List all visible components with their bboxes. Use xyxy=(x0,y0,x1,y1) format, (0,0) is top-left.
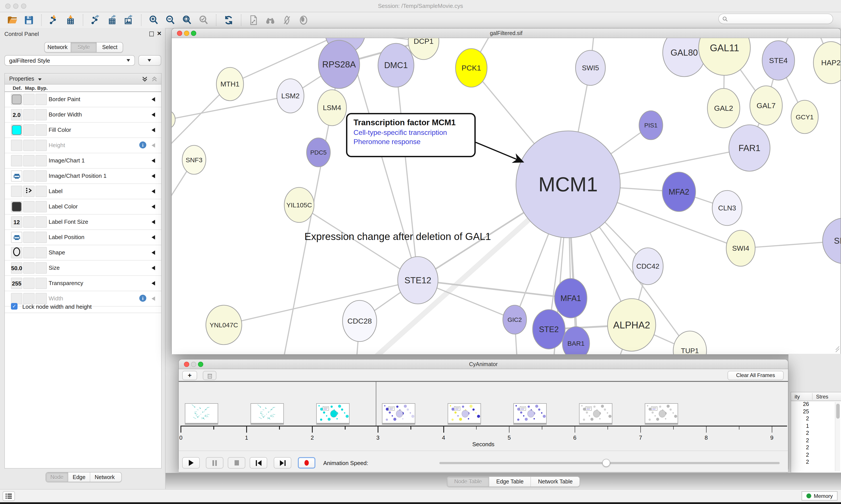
expand-property-icon[interactable] xyxy=(151,174,155,178)
memory-button[interactable]: Memory xyxy=(802,491,838,501)
network-node-yil105c[interactable]: YIL105C xyxy=(284,187,314,222)
style-options-button[interactable] xyxy=(139,55,161,66)
info-icon[interactable]: i xyxy=(139,141,146,148)
expand-all-icon[interactable] xyxy=(142,76,148,82)
default-value[interactable]: 50.0 xyxy=(11,265,22,271)
network-node-ste12[interactable]: STE12 xyxy=(398,257,438,304)
zoom-in-icon[interactable] xyxy=(148,14,160,26)
table-column-ity[interactable]: ity xyxy=(791,394,800,400)
property-row-height[interactable]: Height i xyxy=(5,138,161,153)
def-cell[interactable] xyxy=(11,140,22,151)
default-value[interactable]: 255 xyxy=(12,280,21,287)
property-row-border-width[interactable]: 2.0 Border Width xyxy=(5,107,161,123)
map-cell[interactable] xyxy=(23,216,35,228)
property-row-border-paint[interactable]: Border Paint xyxy=(5,92,161,107)
property-row-label-position[interactable]: Label Position xyxy=(5,230,161,245)
float-panel-icon[interactable] xyxy=(149,32,154,36)
add-frame-button[interactable]: + xyxy=(182,371,197,380)
network-node-pis1[interactable]: PIS1 xyxy=(639,111,663,140)
map-cell[interactable] xyxy=(23,155,35,166)
skip-to-end-button[interactable] xyxy=(274,457,291,469)
network-node-mcm1[interactable]: MCM1 xyxy=(516,131,620,238)
zoom-out-icon[interactable] xyxy=(164,14,177,26)
annotation-link[interactable]: Cell-type-specific transcription xyxy=(354,129,475,137)
refresh-view-icon[interactable] xyxy=(222,14,235,26)
network-node-swi5[interactable]: SWI5 xyxy=(576,50,605,85)
network-node-sliver[interactable] xyxy=(172,111,175,128)
def-cell[interactable] xyxy=(11,170,22,182)
style-dropdown[interactable]: galFiltered Style xyxy=(4,55,135,66)
table-cell-value[interactable]: 2 xyxy=(791,416,829,423)
network-node-pck1[interactable]: PCK1 xyxy=(455,49,487,87)
def-cell[interactable] xyxy=(11,232,22,243)
slider-handle[interactable] xyxy=(602,459,610,467)
zoom-fit-icon[interactable] xyxy=(181,14,193,26)
def-cell[interactable] xyxy=(11,201,22,212)
def-cell[interactable] xyxy=(11,186,22,197)
export-network-icon[interactable] xyxy=(89,14,102,26)
position-icon[interactable] xyxy=(12,171,21,181)
byp-cell[interactable] xyxy=(35,94,47,105)
search-input[interactable] xyxy=(731,15,829,22)
property-row-image-chart-position-1[interactable]: Image/Chart Position 1 xyxy=(5,168,161,184)
map-cell[interactable] xyxy=(23,170,35,182)
network-node-gal11[interactable]: GAL11 xyxy=(699,38,750,75)
default-swatch[interactable] xyxy=(12,94,21,104)
network-node-slt2[interactable]: SLT2 xyxy=(823,218,841,264)
byp-cell[interactable] xyxy=(35,247,47,258)
import-table-icon[interactable] xyxy=(65,14,77,26)
def-cell[interactable]: 12 xyxy=(11,216,22,228)
property-row-shape[interactable]: Shape xyxy=(5,245,161,260)
network-node-lsm2[interactable]: LSM2 xyxy=(277,79,304,113)
frame-thumbnail-2[interactable] xyxy=(316,403,350,424)
map-cell[interactable] xyxy=(23,140,35,151)
expand-property-icon[interactable] xyxy=(151,204,155,209)
map-cell[interactable] xyxy=(23,201,35,212)
property-row-size[interactable]: 50.0 Size xyxy=(5,260,161,276)
expand-property-icon[interactable] xyxy=(151,250,155,255)
open-session-icon[interactable] xyxy=(6,14,18,26)
tab-network-table[interactable]: Network Table xyxy=(531,477,580,486)
network-node-gic2[interactable]: GIC2 xyxy=(503,305,526,334)
network-node-cdc42[interactable]: CDC42 xyxy=(632,248,663,285)
import-network-icon[interactable] xyxy=(48,14,60,26)
timeline[interactable]: 0123456789 Seconds xyxy=(179,382,788,451)
frame-thumbnail-0[interactable] xyxy=(185,403,218,424)
byp-cell[interactable] xyxy=(35,232,47,243)
default-value[interactable]: 12 xyxy=(14,219,20,225)
close-panel-icon[interactable]: ✕ xyxy=(157,30,162,37)
network-node-lsm4[interactable]: LSM4 xyxy=(318,90,346,126)
network-node-gcy1[interactable]: GCY1 xyxy=(791,100,818,133)
byp-cell[interactable] xyxy=(35,216,47,228)
table-cell-value[interactable]: 1 xyxy=(791,423,829,430)
frame-thumbnail-3[interactable] xyxy=(382,403,415,424)
network-node-dmc1[interactable]: DMC1 xyxy=(378,43,414,87)
tab-node[interactable]: Node xyxy=(46,472,68,482)
ellipse-shape-icon[interactable] xyxy=(13,247,21,258)
clear-all-frames-button[interactable]: Clear All Frames xyxy=(728,371,784,380)
record-button[interactable] xyxy=(298,457,315,469)
property-row-transparency[interactable]: 255 Transparency xyxy=(5,276,161,291)
expand-property-icon[interactable] xyxy=(151,143,155,147)
byp-cell[interactable] xyxy=(35,124,47,136)
table-cell-value[interactable]: 25 xyxy=(791,408,829,416)
network-node-pdc5[interactable]: PDC5 xyxy=(307,138,330,167)
tab-network[interactable]: Network xyxy=(90,472,119,482)
table-cell-value[interactable]: 2 xyxy=(791,437,829,445)
network-node-cdc28[interactable]: CDC28 xyxy=(342,300,377,342)
frame-thumbnail-6[interactable] xyxy=(579,403,612,424)
default-value[interactable]: 2.0 xyxy=(13,111,21,118)
property-row-image-chart-1[interactable]: Image/Chart 1 xyxy=(5,153,161,168)
def-cell[interactable]: 50.0 xyxy=(11,262,22,274)
def-cell[interactable] xyxy=(11,124,22,136)
search-field[interactable] xyxy=(718,14,833,24)
default-swatch[interactable] xyxy=(12,125,21,135)
map-cell[interactable] xyxy=(23,277,35,289)
byp-cell[interactable] xyxy=(35,201,47,212)
network-window-titlebar[interactable]: galFiltered.sif xyxy=(172,29,841,38)
frame-thumbnail-7[interactable] xyxy=(645,403,678,424)
table-cell-value[interactable]: 2 xyxy=(791,445,829,452)
expand-property-icon[interactable] xyxy=(151,128,155,132)
stop-button[interactable] xyxy=(228,457,245,469)
network-node-mfa1[interactable]: MFA1 xyxy=(555,278,587,318)
